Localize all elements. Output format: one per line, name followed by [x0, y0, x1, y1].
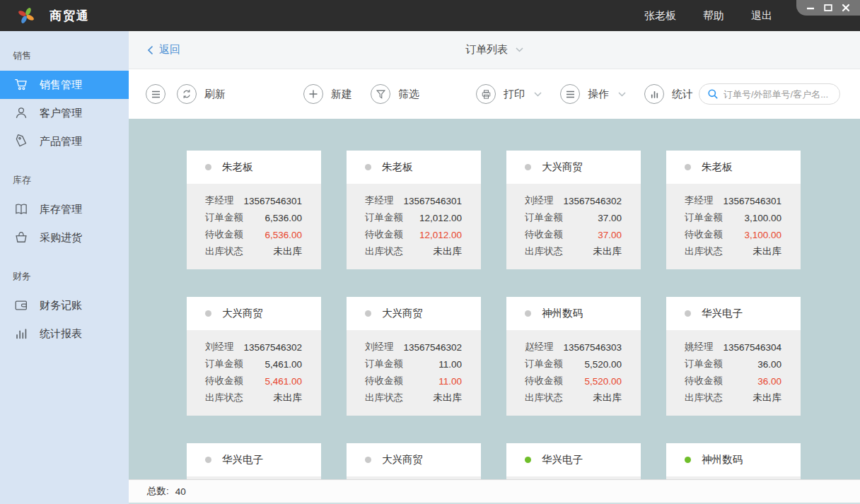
order-card[interactable]: 华兴电子姚经理13567546304订单金额36.00待收金额36.00出库状态…: [666, 297, 801, 416]
order-amount-label: 订单金额: [205, 358, 243, 370]
topbar-exit[interactable]: 退出: [751, 9, 772, 23]
outbound-status-value: 未出库: [274, 245, 303, 258]
customer-name: 神州数码: [702, 453, 743, 467]
print-button[interactable]: 打印: [476, 84, 542, 104]
order-status-dot-icon: [365, 457, 371, 463]
order-status-dot-icon: [205, 457, 211, 463]
actions-button[interactable]: 操作: [560, 84, 626, 104]
order-card[interactable]: 朱老板李经理13567546301订单金额6,536.00待收金额6,536.0…: [187, 151, 321, 269]
customer-name: 朱老板: [382, 160, 413, 174]
order-card-body: 姚经理13567546304订单金额36.00待收金额36.00出库状态未出库: [666, 330, 801, 406]
outbound-status-label: 出库状态: [365, 392, 403, 404]
contact-phone: 13567546303: [563, 342, 622, 353]
order-amount-label: 订单金额: [685, 211, 723, 224]
pending-amount-value: 36.00: [757, 376, 781, 387]
minimize-button[interactable]: [806, 4, 815, 12]
bar-chart-icon: [644, 84, 664, 104]
order-card-grid: 朱老板李经理13567546301订单金额6,536.00待收金额6,536.0…: [187, 151, 860, 479]
contact-name: 刘经理: [205, 341, 234, 353]
stats-button[interactable]: 统计: [644, 84, 693, 104]
sidebar-item-销售管理[interactable]: 销售管理: [0, 71, 129, 99]
pending-amount-value: 3,100.00: [744, 230, 781, 240]
list-view-button[interactable]: [146, 84, 165, 104]
app-window: 商贸通 张老板 帮助 退出 销售销售管理客户管理产品管理库存库存管理采购进货财务…: [0, 0, 860, 504]
outbound-status-value: 未出库: [274, 392, 303, 404]
order-card-area: 朱老板李经理13567546301订单金额6,536.00待收金额6,536.0…: [129, 119, 860, 479]
back-label: 返回: [159, 43, 180, 57]
order-card[interactable]: 大兴商贸: [347, 443, 481, 479]
sidebar-item-库存管理[interactable]: 库存管理: [0, 195, 129, 223]
customer-name: 朱老板: [702, 160, 733, 174]
customer-name: 朱老板: [222, 160, 253, 174]
outbound-status-label: 出库状态: [365, 245, 403, 258]
pending-amount-label: 待收金额: [205, 228, 243, 241]
order-amount-label: 订单金额: [685, 358, 723, 370]
topbar-user[interactable]: 张老板: [644, 9, 676, 23]
customer-name: 神州数码: [542, 307, 583, 320]
customer-name: 华兴电子: [222, 453, 263, 467]
pending-amount-value: 37.00: [598, 230, 622, 240]
search-box: [699, 83, 840, 105]
order-amount-value: 5,461.00: [265, 359, 302, 370]
outbound-status-label: 出库状态: [525, 392, 563, 404]
refresh-button[interactable]: 刷新: [177, 84, 226, 104]
order-status-dot-icon: [525, 457, 531, 463]
chevron-down-icon: [534, 92, 542, 97]
pending-amount-value: 5,461.00: [265, 376, 302, 387]
order-amount-label: 订单金额: [205, 211, 243, 224]
topbar-help[interactable]: 帮助: [703, 9, 724, 23]
maximize-button[interactable]: [824, 4, 832, 12]
tag-icon: [13, 133, 30, 150]
filter-button[interactable]: 筛选: [371, 84, 419, 104]
menu-icon: [151, 90, 161, 98]
order-card-header: 神州数码: [506, 297, 641, 330]
close-button[interactable]: [842, 4, 850, 12]
sidebar-section-label: 库存: [0, 174, 129, 195]
order-card[interactable]: 大兴商贸刘经理13567546302订单金额5,461.00待收金额5,461.…: [187, 297, 321, 416]
sidebar-item-财务记账[interactable]: 财务记账: [0, 291, 129, 320]
window-controls: [796, 0, 860, 16]
order-amount-label: 订单金额: [365, 358, 403, 370]
outbound-status-value: 未出库: [593, 245, 622, 258]
total-label: 总数:: [147, 485, 169, 498]
sidebar-item-产品管理[interactable]: 产品管理: [0, 127, 129, 156]
search-input[interactable]: [699, 83, 840, 105]
sidebar-item-采购进货[interactable]: 采购进货: [0, 223, 129, 252]
order-card[interactable]: 朱老板李经理13567546301订单金额3,100.00待收金额3,100.0…: [666, 151, 801, 269]
refresh-icon: [177, 84, 197, 104]
order-card[interactable]: 大兴商贸刘经理13567546302订单金额11.00待收金额11.00出库状态…: [347, 297, 481, 416]
order-status-dot-icon: [525, 164, 531, 170]
sidebar-section-label: 销售: [0, 49, 129, 71]
order-card[interactable]: 华兴电子: [187, 443, 321, 479]
topbar: 商贸通 张老板 帮助 退出: [0, 0, 860, 31]
outbound-status-label: 出库状态: [685, 245, 723, 258]
back-button[interactable]: 返回: [147, 43, 180, 57]
topbar-menu: 张老板 帮助 退出: [644, 9, 772, 23]
order-amount-value: 5,520.00: [584, 359, 622, 370]
order-card-header: 大兴商贸: [187, 297, 321, 330]
contact-phone: 13567546304: [723, 342, 781, 353]
order-card[interactable]: 神州数码: [666, 443, 801, 479]
contact-phone: 13567546301: [723, 196, 781, 206]
order-card[interactable]: 朱老板李经理13567546301订单金额12,012.00待收金额12,012…: [347, 151, 481, 269]
bar-chart-icon: [13, 325, 30, 342]
basket-icon: [13, 229, 30, 246]
order-card[interactable]: 神州数码赵经理13567546303订单金额5,520.00待收金额5,520.…: [506, 297, 641, 416]
page-title: 订单列表: [465, 43, 508, 57]
order-status-dot-icon: [685, 310, 691, 317]
contact-name: 李经理: [685, 194, 714, 207]
sidebar-item-统计报表[interactable]: 统计报表: [0, 320, 129, 348]
page-title-dropdown[interactable]: 订单列表: [465, 43, 523, 57]
new-button[interactable]: 新建: [303, 84, 352, 104]
order-card-header: 神州数码: [666, 443, 801, 476]
pending-amount-label: 待收金额: [365, 375, 403, 387]
book-icon: [13, 201, 30, 218]
order-card[interactable]: 华兴电子: [506, 443, 641, 479]
chevron-left-icon: [147, 45, 153, 55]
order-card[interactable]: 大兴商贸刘经理13567546302订单金额37.00待收金额37.00出库状态…: [506, 151, 641, 269]
sidebar-item-label: 库存管理: [40, 203, 82, 216]
order-status-dot-icon: [525, 310, 531, 317]
pending-amount-label: 待收金额: [685, 375, 723, 387]
outbound-status-label: 出库状态: [685, 392, 723, 404]
sidebar-item-客户管理[interactable]: 客户管理: [0, 99, 129, 127]
